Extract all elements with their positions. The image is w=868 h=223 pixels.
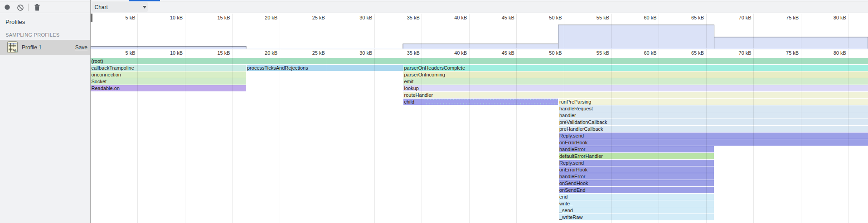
svg-text:%: % [13, 48, 17, 53]
